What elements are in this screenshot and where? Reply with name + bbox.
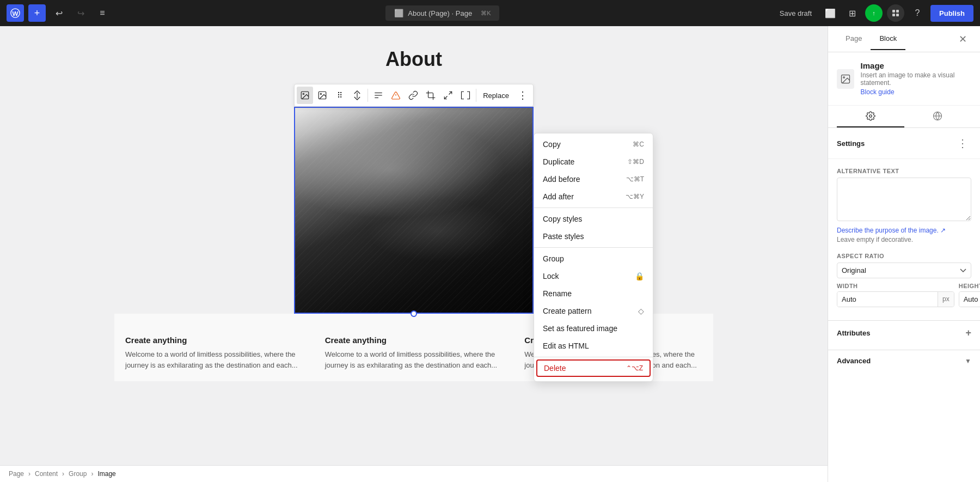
breadcrumb-content[interactable]: Content	[35, 470, 58, 478]
block-info: Image Insert an image to make a visual s…	[861, 61, 971, 96]
menu-item-rename[interactable]: Rename	[534, 285, 653, 302]
image-resize-handle[interactable]	[411, 310, 417, 317]
fullwidth-button[interactable]	[457, 87, 474, 104]
breadcrumb-current: Image	[97, 470, 115, 478]
menu-item-add-after[interactable]: Add after ⌥⌘Y	[534, 188, 653, 205]
advanced-section: Advanced ▼	[828, 350, 980, 371]
sidebar-tab-settings[interactable]	[837, 106, 904, 127]
svg-rect-4	[896, 10, 899, 13]
menu-item-lock[interactable]: Lock 🔒	[534, 267, 653, 285]
menu-item-duplicate[interactable]: Duplicate ⇧⌘D	[534, 153, 653, 170]
content-col-1: Create anything Welcome to a world of li…	[125, 335, 303, 370]
undo-button[interactable]: ↩	[50, 4, 68, 22]
menu-item-copy[interactable]: Copy ⌘C	[534, 136, 653, 153]
width-unit: px	[938, 292, 954, 307]
menu-item-copy-styles[interactable]: Copy styles	[534, 210, 653, 228]
sidebar-close-button[interactable]: ✕	[954, 30, 971, 48]
attributes-label: Attributes	[837, 329, 870, 337]
align-button[interactable]	[370, 87, 387, 104]
sidebar-tab-styles[interactable]	[904, 106, 972, 127]
dimension-row: WIDTH px HEIGHT px	[837, 283, 971, 307]
move-up-down-button[interactable]	[349, 87, 365, 104]
topbar-right: Save draft ⬜ ⊞ ↑ ? Publish	[774, 4, 973, 22]
page-info-button[interactable]: ⬜ About (Page) · Page ⌘K	[385, 5, 499, 21]
aspect-ratio-label: ASPECT RATIO	[837, 253, 971, 259]
toolbar-divider-1	[367, 89, 368, 102]
svg-point-10	[320, 93, 321, 94]
svg-rect-5	[892, 14, 895, 16]
image-inner	[295, 108, 532, 313]
menu-item-create-pattern[interactable]: Create pattern ◇	[534, 302, 653, 320]
right-sidebar: Page Block ✕ Image Insert an image to ma…	[828, 26, 980, 482]
col1-title: Create anything	[125, 335, 303, 345]
menu-item-paste-styles[interactable]: Paste styles	[534, 228, 653, 245]
col2-title: Create anything	[325, 335, 503, 345]
menu-item-edit-html[interactable]: Edit as HTML	[534, 337, 653, 355]
editor-canvas[interactable]: About ⠿	[0, 26, 828, 465]
main-layout: About ⠿	[0, 26, 980, 482]
add-block-button[interactable]: +	[28, 4, 46, 22]
settings-section-header: Settings ⋮	[828, 128, 980, 159]
width-label: WIDTH	[837, 283, 954, 289]
block-guide-link[interactable]: Block guide	[861, 88, 895, 96]
crop-button[interactable]	[422, 87, 439, 104]
image-block-wrapper: Copy ⌘C Duplicate ⇧⌘D Add before ⌥⌘T Add…	[294, 107, 534, 314]
save-draft-button[interactable]: Save draft	[774, 6, 817, 21]
attributes-section: Attributes +	[828, 320, 980, 345]
breadcrumb-group[interactable]: Group	[69, 470, 87, 478]
warning-button[interactable]	[388, 87, 404, 104]
attributes-header[interactable]: Attributes +	[828, 321, 980, 345]
alt-text-sub: Leave empty if decorative.	[837, 236, 913, 243]
alt-text-input[interactable]	[837, 178, 971, 221]
page-label: About (Page) · Page	[408, 9, 472, 17]
responsive-button[interactable]: ⊞	[843, 4, 861, 22]
more-options-button[interactable]: ⋮	[514, 87, 531, 104]
menu-item-group[interactable]: Group	[534, 250, 653, 267]
tab-block[interactable]: Block	[871, 28, 905, 50]
image-tool-button[interactable]	[314, 87, 330, 104]
tab-page[interactable]: Page	[837, 28, 871, 50]
menu-divider-1	[534, 208, 653, 208]
menu-button[interactable]: ≡	[94, 4, 111, 22]
aspect-ratio-section: ASPECT RATIO Original Square - 1:1 Stand…	[837, 253, 971, 278]
link-button[interactable]	[405, 87, 421, 104]
advanced-header[interactable]: Advanced ▼	[828, 350, 980, 371]
menu-item-add-before[interactable]: Add before ⌥⌘T	[534, 170, 653, 188]
sidebar-content: ALTERNATIVE TEXT Describe the purpose of…	[828, 159, 980, 316]
breadcrumb-page[interactable]: Page	[9, 470, 24, 478]
topbar-center: ⬜ About (Page) · Page ⌘K	[115, 5, 770, 21]
block-toolbar: ⠿	[294, 84, 534, 107]
page-title: About	[385, 48, 442, 71]
alt-text-hint-link[interactable]: Describe the purpose of the image. ↗	[837, 227, 971, 234]
svg-rect-3	[892, 10, 895, 13]
advanced-label: Advanced	[837, 357, 871, 365]
block-type-button[interactable]	[297, 87, 313, 104]
col1-text: Welcome to a world of limitless possibil…	[125, 349, 303, 370]
advanced-chevron-icon: ▼	[965, 357, 971, 365]
settings-toggle-button[interactable]	[887, 4, 904, 22]
settings-more-button[interactable]: ⋮	[954, 135, 971, 152]
menu-item-delete[interactable]: Delete ⌃⌥Z	[537, 361, 650, 376]
width-input[interactable]	[837, 292, 938, 307]
menu-divider-2	[534, 247, 653, 248]
aspect-ratio-select[interactable]: Original Square - 1:1 Standard - 4:3 Por…	[837, 263, 971, 278]
expand-button[interactable]	[440, 87, 456, 104]
publish-button[interactable]: Publish	[930, 5, 973, 22]
menu-item-featured-image[interactable]: Set as featured image	[534, 320, 653, 337]
image-block[interactable]	[294, 107, 534, 314]
height-input[interactable]	[959, 292, 980, 307]
wp-logo[interactable]: W	[7, 4, 24, 22]
replace-button[interactable]: Replace	[479, 89, 513, 102]
col2-text: Welcome to a world of limitless possibil…	[325, 349, 503, 370]
updates-button[interactable]: ↑	[865, 4, 883, 22]
drag-handle-button[interactable]: ⠿	[332, 87, 348, 104]
sidebar-icon-tabs	[828, 106, 980, 128]
help-button[interactable]: ?	[909, 4, 926, 22]
breadcrumb: Page › Content › Group › Image	[0, 465, 828, 482]
page-icon: ⬜	[394, 9, 403, 17]
svg-point-8	[303, 93, 304, 94]
svg-line-15	[444, 96, 447, 99]
preview-button[interactable]: ⬜	[822, 4, 839, 22]
redo-button[interactable]: ↪	[72, 4, 89, 22]
delete-wrapper: Delete ⌃⌥Z	[536, 359, 651, 377]
